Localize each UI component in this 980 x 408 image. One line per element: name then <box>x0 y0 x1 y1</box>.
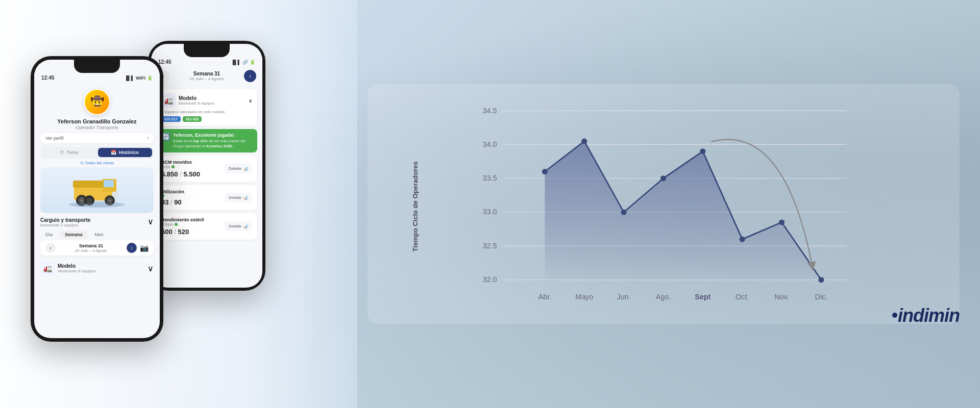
periodo-mes[interactable]: Mes <box>90 231 109 239</box>
point-mayo <box>581 138 587 144</box>
semana-next-button[interactable]: › <box>127 243 137 253</box>
rend-chart-icon: 📊 <box>243 224 248 228</box>
bcm-card: BCM movidos BCM 5.850 / 5.500 <box>156 156 257 182</box>
tab-historico[interactable]: 📅 Histórico <box>98 148 153 157</box>
modelo-card-sub: Mostrando 8 equipos <box>179 101 214 106</box>
front-modelo-sub: Mostrando 8 equipos <box>58 269 96 273</box>
achievement-top: top 10% <box>193 139 208 143</box>
semana-label: Semana <box>65 232 83 237</box>
calendar-icon: 📅 <box>111 150 116 155</box>
svg-rect-4 <box>73 181 104 188</box>
point-ago <box>660 175 666 181</box>
tab-turno[interactable]: ⏱ Turno <box>42 148 96 157</box>
truck-image <box>40 167 154 213</box>
semana-prev-button[interactable]: ‹ <box>45 243 56 253</box>
svg-point-7 <box>109 199 111 201</box>
ver-perfil-row[interactable]: Ver perfil › <box>40 133 154 143</box>
bcm-target: 5.500 <box>183 170 200 178</box>
phone-front: 12:45 ▐▌▌ WiFi 🔋 🤠 Yeferson Granadillo G… <box>31 56 163 342</box>
bcm-dot <box>172 165 175 168</box>
rend-detalle-label: Detalle <box>229 224 241 228</box>
x-label-dic: Dic. <box>815 293 828 301</box>
modelo-row: 🚛 Modelo Mostrando 8 equipos ∨ <box>40 258 154 278</box>
chevron-down-icon[interactable]: ∨ <box>249 98 252 104</box>
phone-front-notch <box>74 60 120 73</box>
point-dic <box>818 277 824 283</box>
point-abr <box>542 169 548 174</box>
ver-perfil-label: Ver perfil <box>45 136 64 141</box>
bcm-detalle-button[interactable]: Detalle 📊 <box>225 164 252 173</box>
utilizacion-label: Utilización <box>161 189 184 194</box>
modelo-chevron[interactable]: ∨ <box>148 264 154 273</box>
utilizacion-value: 93 / 90 <box>161 198 184 206</box>
x-label-jun: Jun. <box>617 293 631 301</box>
logo-dot-span <box>892 313 897 318</box>
clock-icon: ⏱ <box>60 150 64 155</box>
bcm-value: 5.850 / 5.500 <box>161 170 200 178</box>
front-phone-content: 🤠 Yeferson Granadillo Gonzalez Operador … <box>34 82 160 283</box>
utilizacion-unit-row <box>161 194 184 197</box>
ver-perfil-arrow: › <box>147 136 149 141</box>
x-label-ago: Ago. <box>656 293 671 301</box>
svg-rect-3 <box>104 180 114 187</box>
modelo-card: 🚛 Modelo Mostrando 8 equipos ∨ 2 Equipos… <box>156 89 257 126</box>
battery-icon-f: 🔋 <box>147 75 153 81</box>
rend-dot <box>175 223 178 226</box>
phone-back: 12:45 ▐▌▌ 🔗 🔋 ‹ Semana 31 29 Julio – 4 A… <box>148 41 265 291</box>
periodo-semana[interactable]: Semana <box>60 231 88 239</box>
mostrando-label: Mostrando 2 equipos <box>40 223 90 227</box>
time-front: 12:45 <box>41 75 55 81</box>
mes-label: Mes <box>95 232 104 237</box>
util-chart-icon: 📊 <box>243 195 248 200</box>
x-label-mayo: Mayo <box>575 293 593 301</box>
camera-icon[interactable]: 📷 <box>140 243 149 252</box>
periodo-dia[interactable]: Día <box>40 231 58 239</box>
modelo-card-header: 🚛 Modelo Mostrando 8 equipos ∨ <box>161 93 252 108</box>
tag-1: 022-517 <box>161 116 181 122</box>
rendimiento-unit-row: TON/H <box>161 222 204 227</box>
carguio-row: Carguio y transporte Mostrando 2 equipos… <box>40 215 154 227</box>
chart-icon: 📊 <box>243 166 248 171</box>
y-label-345: 34.5 <box>482 107 497 115</box>
y-label-320: 32.0 <box>482 275 497 284</box>
chart-area <box>545 141 821 280</box>
x-label-abr: Abr. <box>538 293 552 301</box>
y-label-325: 32.5 <box>482 242 497 250</box>
bcm-label: BCM movidos <box>161 160 200 165</box>
carguio-chevron[interactable]: ∨ <box>148 217 154 226</box>
phone-back-statusbar: 12:45 ▐▌▌ 🔗 🔋 <box>151 57 262 66</box>
logo-text: indimin <box>898 305 960 326</box>
util-detalle-button[interactable]: Detalle 📊 <box>225 193 252 202</box>
front-modelo-icon: 🚛 <box>40 261 55 275</box>
modelo-icon: 🚛 <box>161 93 176 108</box>
phone-front-statusbar: 12:45 ▐▌▌ WiFi 🔋 <box>34 73 160 82</box>
x-label-nov: Nov. <box>774 293 789 301</box>
semana-info: Semana 31 29 Julio – 4 Agosto <box>56 243 127 253</box>
svg-point-14 <box>70 203 121 207</box>
semana-nav-dates: 29 Julio – 4 Agosto <box>56 248 127 253</box>
svg-rect-13 <box>114 192 118 196</box>
todas-minas[interactable]: ⊙ Todas las minas <box>40 161 154 165</box>
phone-back-screen: 12:45 ▐▌▌ 🔗 🔋 ‹ Semana 31 29 Julio – 4 A… <box>151 44 262 288</box>
util-detalle-label: Detalle <box>229 195 241 200</box>
phones-section: 12:45 ▐▌▌ 🔗 🔋 ‹ Semana 31 29 Julio – 4 A… <box>0 0 347 408</box>
achievement-machine: Komatsu 930E. <box>206 144 234 148</box>
tab-historico-label: Histórico <box>119 150 139 155</box>
forward-nav-arrow[interactable]: › <box>244 70 256 82</box>
week-title: Semana 31 <box>189 71 224 76</box>
battery-icon: 🔋 <box>250 60 255 65</box>
svg-point-10 <box>81 199 83 201</box>
user-role: Operador Transporte <box>40 125 154 130</box>
time-back: 12:45 <box>158 59 172 65</box>
bcm-unit-row: BCM <box>161 165 200 169</box>
truck-svg <box>64 171 130 210</box>
tag-2: 022-520 <box>183 116 202 122</box>
point-oct <box>740 237 745 242</box>
modelo-desc: 2 Equipos calculados en este modelo <box>161 110 252 114</box>
carguio-label: Carguio y transporte <box>40 217 90 223</box>
back-phone-content: 🚛 Modelo Mostrando 8 equipos ∨ 2 Equipos… <box>151 86 262 246</box>
rend-detalle-button[interactable]: Detalle 📊 <box>225 221 252 231</box>
phone-front-screen: 12:45 ▐▌▌ WiFi 🔋 🤠 Yeferson Granadillo G… <box>34 60 160 338</box>
wifi-icon: 🔗 <box>242 60 248 65</box>
tab-turno-label: Turno <box>66 150 78 155</box>
